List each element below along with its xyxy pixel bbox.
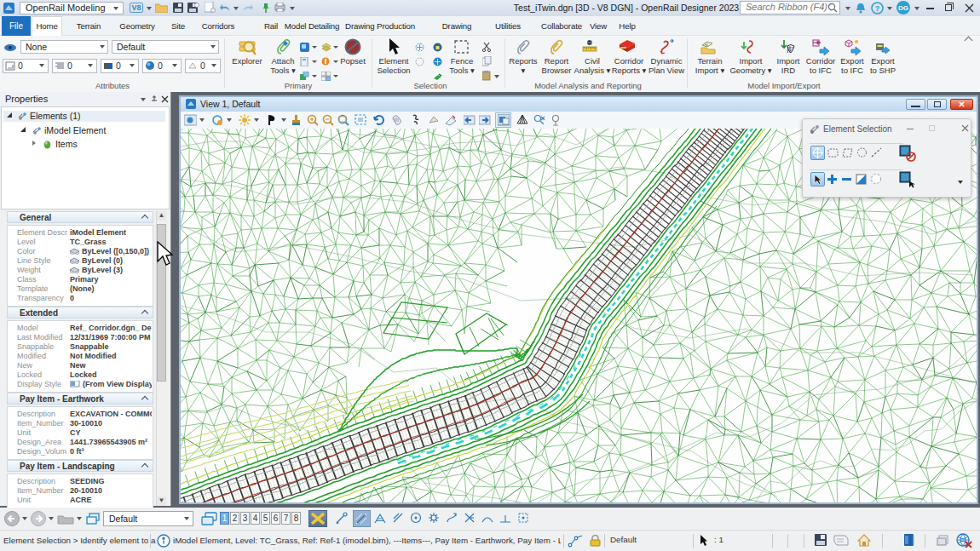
svg-text:?: ? (875, 4, 880, 13)
svg-text:DG: DG (898, 4, 908, 12)
